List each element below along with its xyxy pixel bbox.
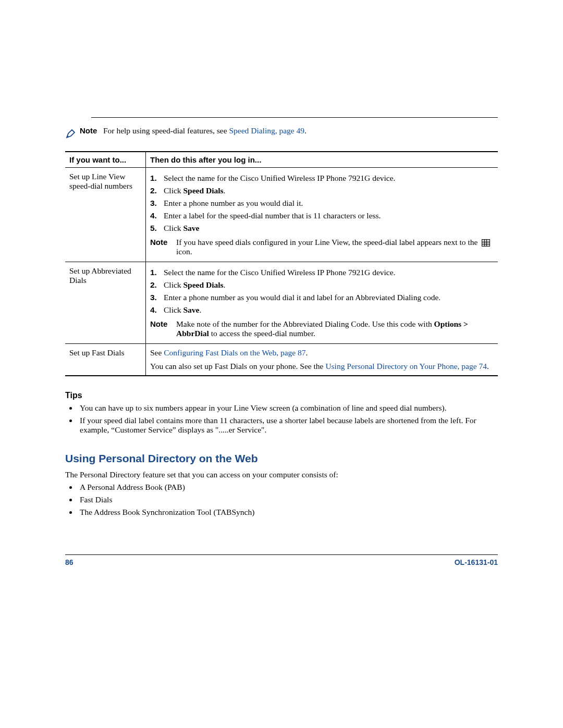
page-number: 86 [65,558,74,566]
list-item: 2.Click Speed Dials. [150,184,494,197]
table-row-left: Set up Fast Dials [65,344,146,376]
list-item: A Personal Address Book (PAB) [78,483,498,495]
list-item: Fast Dials [78,495,498,508]
section-list: A Personal Address Book (PAB)Fast DialsT… [65,483,498,520]
section-heading: Using Personal Directory on the Web [65,452,498,465]
list-item: 4.Enter a label for the speed-dial numbe… [150,209,494,222]
tips-heading: Tips [65,391,498,400]
table-row-left: Set up Line View speed-dial numbers [65,168,146,262]
doc-number: OL-16131-01 [455,558,498,566]
table-header-col1: If you want to... [65,152,146,168]
table-row-right: 1.Select the name for the Cisco Unified … [146,262,498,344]
inline-note: NoteIf you have speed dials configured i… [150,235,494,257]
list-item: The Address Book Synchronization Tool (T… [78,508,498,520]
table-row-right: See Configuring Fast Dials on the Web, p… [146,344,498,376]
list-item: 5.Click Save [150,222,494,235]
header-rule [91,117,498,118]
list-item: If your speed dial label contains more t… [78,416,498,438]
list-item: 3.Enter a phone number as you would dial… [150,291,494,304]
inline-note: NoteMake note of the number for the Abbr… [150,316,494,339]
speed-dial-grid-icon [482,239,490,246]
list-item: 1.Select the name for the Cisco Unified … [150,172,494,184]
cross-ref-link[interactable]: Using Personal Directory on Your Phone, … [325,362,487,371]
note-text: For help using speed-dial features, see … [103,126,498,135]
note-text-prefix: For help using speed-dial features, see [103,126,229,135]
note-block: Note For help using speed-dial features,… [65,126,498,142]
note-label: Note [80,126,103,135]
table-header-col2: Then do this after you log in... [146,152,498,168]
note-text-suffix: . [304,126,307,135]
footer: 86 OL-16131-01 [65,554,498,566]
list-item: 1.Select the name for the Cisco Unified … [150,266,494,279]
list-item: 2.Click Speed Dials. [150,279,494,291]
instructions-table: If you want to... Then do this after you… [65,151,498,376]
table-cell-text: You can also set up Fast Dials on your p… [150,362,494,371]
table-cell-text: See Configuring Fast Dials on the Web, p… [150,348,494,357]
note-link[interactable]: Speed Dialing, page 49 [229,126,304,135]
tips-list: You can have up to six numbers appear in… [65,403,498,438]
cross-ref-link[interactable]: Configuring Fast Dials on the Web, page … [164,348,305,357]
table-row-left: Set up Abbreviated Dials [65,262,146,344]
list-item: 4.Click Save. [150,304,494,316]
section-intro: The Personal Directory feature set that … [65,470,498,479]
list-item: You can have up to six numbers appear in… [78,403,498,416]
list-item: 3.Enter a phone number as you would dial… [150,197,494,209]
pencil-icon [65,126,80,142]
table-row-right: 1.Select the name for the Cisco Unified … [146,168,498,262]
